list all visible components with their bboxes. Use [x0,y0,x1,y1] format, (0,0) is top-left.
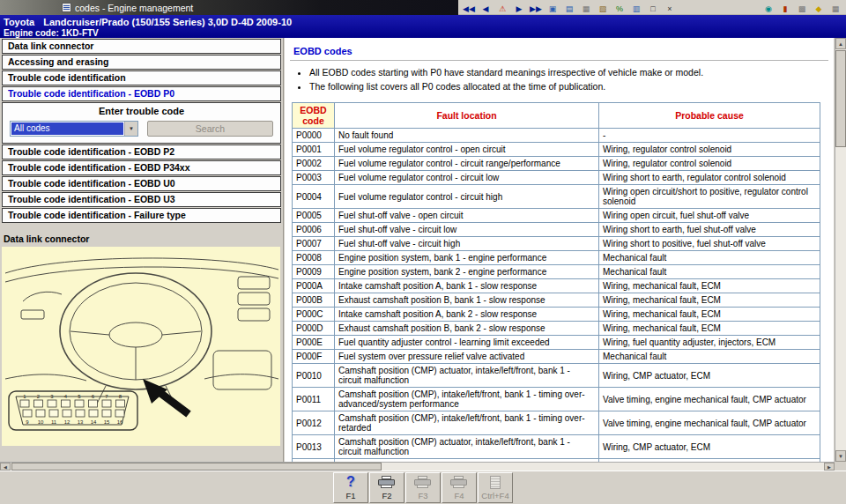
cause-cell: Wiring, fuel quantity adjuster, injector… [599,336,820,350]
nav-last-icon[interactable]: ▶▶ [529,2,543,14]
monitor-icon[interactable]: ▣ [545,2,560,14]
table-row: P0002Fuel volume regulator control - cir… [293,157,820,171]
sidebar-items-bottom: Trouble code identification - EOBD P2Tro… [0,145,283,223]
content-pane: EOBD codes All EOBD codes starting with … [285,38,834,462]
table-row: P000EFuel quantity adjuster control - le… [293,336,820,350]
printer-icon [414,476,432,489]
sidebar-item-trouble-code-identification[interactable]: Trouble code identification [2,70,281,85]
horizontal-scrollbar[interactable]: ◀ ▶ [0,462,835,471]
chart-icon[interactable]: ▥ [629,2,643,14]
bookmark-icon[interactable]: ◆ [812,2,826,14]
connector-pin [48,400,56,407]
cause-cell: Valve timing, engine mechanical fault, C… [599,388,820,411]
cause-cell: Wiring, regulator control solenoid [599,143,820,157]
scroll-up-icon[interactable]: ▲ [835,38,846,49]
printer-icon [406,473,440,491]
connector-pin-number: 10 [38,419,44,425]
sidebar-item-accessing-and-erasing[interactable]: Accessing and erasing [2,55,281,70]
vertical-scrollbar[interactable]: ▲ ▼ [835,38,846,462]
sidebar-item-trouble-code-identification-failure-type[interactable]: Trouble code identification - Failure ty… [2,208,281,223]
sidebar-item-trouble-code-identification-eobd-p2[interactable]: Trouble code identification - EOBD P2 [2,145,281,159]
search-button[interactable]: Search [147,121,273,137]
fault-cell: Fuel volume regulator control - open cir… [335,143,599,157]
connector-pin [49,410,58,417]
table-row: P000AIntake camshaft position A, bank 1 … [293,279,820,293]
notes-icon[interactable]: ▧ [596,2,610,14]
connector-pin [75,400,84,407]
close-view-icon[interactable]: × [663,2,677,14]
divider [290,60,828,61]
tools-icon[interactable]: ▩ [795,2,809,14]
table-row: P0009Engine position system, bank 2 - en… [293,265,820,279]
connector-pin [102,410,111,417]
connector-pin [116,400,125,407]
table-row: P0004Fuel volume regulator control - cir… [293,185,820,209]
table-row: P0010Camshaft position (CMP) actuator, i… [293,364,820,388]
sidebar-item-data-link-connector[interactable]: Data link connector [2,39,281,54]
connector-pin-number: 9 [26,419,29,425]
fault-cell: No fault found [335,129,599,143]
code-cell: P0003 [293,171,335,185]
printer-output [381,485,392,488]
data-link-connector-diagram: 12345678910111213141516 [2,247,280,446]
table-row: P0001Fuel volume regulator control - ope… [293,143,820,157]
vehicle-header: ToyotaLandcruiser/Prado (150/155 Series)… [0,15,846,38]
printer-icon [450,476,468,489]
vehicle-model: Landcruiser/Prado (150/155 Series) 3,0D … [43,17,292,27]
worksheet-icon[interactable]: ▦ [579,2,593,14]
scroll-right-icon[interactable]: ▶ [824,463,835,471]
horizontal-scrollbar-thumb[interactable] [11,463,382,471]
connector-pin-number: 11 [51,419,57,425]
footer-button-label: Ctrl+F4 [479,491,512,500]
cause-cell: Mechanical fault [599,350,820,364]
fault-cell: Fuel volume regulator control - circuit … [335,185,599,209]
toolbar-icons: ◀◀◀⚠▶▶▶▣▤▦▧%▥□× [462,1,677,14]
table-row: P0005Fuel shut-off valve - open circuitW… [293,209,820,223]
code-cell: P000A [293,279,335,293]
table-row: P0012Camshaft position (CMP), intake/lef… [293,411,820,435]
warning-icon[interactable]: ⚠ [495,2,509,14]
fault-cell: Fuel volume regulator control - circuit … [335,171,599,185]
window-title: codes - Engine management [75,3,193,13]
restore-view-icon[interactable]: □ [646,2,660,14]
code-cell: P0008 [293,251,335,265]
footer-button-label: F3 [406,491,440,500]
fault-cell: Camshaft position (CMP) actuator, intake… [335,364,599,388]
scroll-down-icon[interactable]: ▼ [835,450,846,462]
grid-icon[interactable]: ▦ [828,2,842,14]
footer-button-f2[interactable]: F2 [369,472,404,503]
obd-connector: 12345678910111213141516 [9,391,137,430]
intro-bullet: All EOBD codes starting with P0 have sta… [309,66,834,79]
intro-bullets: All EOBD codes starting with P0 have sta… [309,66,834,93]
nav-prev-icon[interactable]: ◀ [479,2,493,14]
vertical-scrollbar-thumb[interactable] [835,50,846,147]
table-header-row: EOBD code Fault location Probable cause [293,103,820,129]
connector-pin-number: 16 [117,419,123,425]
cause-cell: Wiring open circuit/short to positive, r… [599,185,820,209]
arrow [143,379,189,414]
eobd-table-body: P0000No fault found-P0001Fuel volume reg… [293,129,820,463]
scroll-left-icon[interactable]: ◀ [0,463,11,471]
cause-cell: Wiring short to positive, fuel shut-off … [599,237,820,251]
fault-cell: Camshaft position (CMP), intake/left/fro… [335,388,599,411]
lamp-icon[interactable]: ◉ [761,2,776,14]
footer-button-f1[interactable]: ?F1 [333,472,368,503]
connector-pin-number: 12 [64,419,70,425]
sidebar-item-trouble-code-identification-eobd-u0[interactable]: Trouble code identification - EOBD U0 [2,176,281,191]
sidebar-item-trouble-code-identification-eobd-u3[interactable]: Trouble code identification - EOBD U3 [2,192,281,207]
question-mark-icon: ? [346,474,355,490]
code-filter-dropdown[interactable]: All codes ▼ [10,121,138,137]
fault-cell: Intake camshaft position A, bank 1 - slo… [335,279,599,293]
sidebar-item-trouble-code-identification-eobd-p0[interactable]: Trouble code identification - EOBD P0 [2,86,281,101]
printer-output [453,485,464,488]
printer-icon [378,476,396,489]
nav-first-icon[interactable]: ◀◀ [462,2,476,14]
calculator-icon[interactable]: ▤ [562,2,576,14]
connector-pin [115,410,124,417]
nav-next-icon[interactable]: ▶ [512,2,526,14]
printer-icon [442,473,476,491]
sidebar-item-trouble-code-identification-eobd-p34xx[interactable]: Trouble code identification - EOBD P34xx [2,160,281,175]
battery-icon[interactable]: ▮ [778,2,792,14]
chevron-down-icon[interactable]: ▼ [124,122,137,136]
percent-icon[interactable]: % [612,2,627,14]
